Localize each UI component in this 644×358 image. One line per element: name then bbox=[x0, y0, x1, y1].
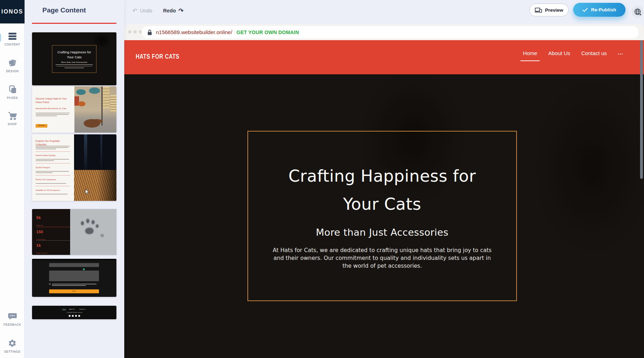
thumb-name-field bbox=[49, 263, 99, 267]
pages-icon bbox=[7, 85, 17, 94]
nav-home[interactable]: Home bbox=[523, 50, 537, 61]
thumb-send-button: Send bbox=[49, 289, 99, 293]
canvas-scrollbar[interactable] bbox=[640, 40, 643, 179]
design-icon bbox=[7, 58, 17, 68]
feedback-bubble-icon bbox=[7, 311, 17, 321]
redo-icon: ↷ bbox=[178, 8, 183, 14]
site-url: n1566589.websitebuilder.online/ bbox=[156, 29, 232, 35]
section-thumbnail-stats[interactable]: 5k Happy Cats 150 Unique Designs 1k Repe… bbox=[32, 209, 116, 255]
site-nav: Home About Us Contact us ... bbox=[523, 49, 623, 62]
ionos-logo[interactable]: IONOS bbox=[0, 0, 25, 23]
get-domain-link[interactable]: GET YOUR OWN DOMAIN bbox=[236, 30, 299, 35]
thumb-heading: Explore Our Exquisite Collection bbox=[36, 139, 71, 146]
redo-button[interactable]: Redo ↷ bbox=[163, 8, 184, 14]
main-sidebar: IONOS CONTENT DESIGN bbox=[0, 0, 25, 358]
content-icon bbox=[7, 31, 17, 41]
hero-body-text: At Hats for Cats, we are dedicated to cr… bbox=[271, 246, 494, 270]
check-icon bbox=[582, 8, 588, 12]
hero-editable-box[interactable]: Crafting Happiness for Your Cats More th… bbox=[247, 131, 517, 301]
undo-button[interactable]: ↶ Undo bbox=[132, 8, 152, 14]
devices-icon bbox=[535, 7, 542, 13]
nav-about[interactable]: About Us bbox=[548, 50, 570, 61]
thumb-paw-print-photo bbox=[70, 209, 116, 255]
language-globe-button[interactable] bbox=[632, 6, 644, 18]
sidebar-item-feedback[interactable]: FEEDBACK bbox=[0, 311, 25, 326]
hero-heading: Crafting Happiness for Your Cats bbox=[288, 162, 476, 218]
republish-button[interactable]: Re-Publish bbox=[573, 3, 625, 17]
thumb-form-icon bbox=[83, 268, 85, 270]
website-builder-app: ↶ Undo Redo ↷ Preview Re-Publish bbox=[0, 0, 644, 358]
sidebar-item-pages[interactable]: PAGES bbox=[0, 85, 25, 100]
republish-label: Re-Publish bbox=[591, 7, 616, 12]
gear-icon bbox=[7, 338, 17, 348]
thumb-heading: Discover Unique Hats for Your Feline Fri… bbox=[36, 97, 72, 104]
sidebar-item-design[interactable]: DESIGN bbox=[0, 58, 25, 73]
thumb-consent-checkbox bbox=[49, 283, 51, 285]
window-dots bbox=[128, 30, 142, 33]
nav-contact[interactable]: Contact us bbox=[581, 50, 607, 61]
section-thumbnail-hero[interactable]: Crafting Happiness for Your Cats More th… bbox=[32, 32, 116, 85]
preview-label: Preview bbox=[545, 7, 563, 13]
undo-icon: ↶ bbox=[132, 8, 137, 14]
lock-icon bbox=[147, 30, 152, 35]
site-hero-section[interactable]: Crafting Happiness for Your Cats More th… bbox=[124, 74, 644, 358]
sidebar-item-settings[interactable]: SETTINGS bbox=[0, 338, 25, 353]
thumb-street-photo bbox=[74, 86, 116, 133]
section-thumbnail-discover[interactable]: Discover Unique Hats for Your Feline Fri… bbox=[32, 86, 116, 133]
notification-dot bbox=[639, 14, 642, 16]
url-bar[interactable]: n1566589.websitebuilder.online/ GET YOUR… bbox=[142, 26, 639, 38]
section-insert-indicator bbox=[32, 23, 116, 24]
section-thumbnail-contact-form[interactable]: Name* Message Please fill in all the req… bbox=[32, 259, 116, 297]
redo-label: Redo bbox=[163, 8, 176, 14]
thumb-subheading: Handcrafted Exclusively for Cats bbox=[36, 107, 72, 109]
cart-icon bbox=[7, 111, 17, 121]
browser-chrome-bar: n1566589.websitebuilder.online/ GET YOUR… bbox=[124, 24, 644, 40]
thumb-shop-now-button: Shop Now bbox=[36, 124, 47, 128]
thumb-cat-fur-photo bbox=[74, 134, 116, 201]
undo-label: Undo bbox=[140, 8, 152, 14]
sidebar-item-content[interactable]: CONTENT bbox=[0, 31, 25, 46]
section-thumbnail-collection[interactable]: Explore Our Exquisite Collection Hand-Cr… bbox=[32, 134, 116, 201]
panel-title: Page Content bbox=[42, 6, 86, 14]
sidebar-item-shop[interactable]: SHOP bbox=[0, 111, 25, 126]
undo-redo-group: ↶ Undo Redo ↷ bbox=[132, 5, 183, 16]
site-header[interactable]: HATS FOR CATS Home About Us Contact us .… bbox=[124, 40, 644, 74]
thumb-message-field bbox=[49, 271, 99, 281]
page-content-panel: Page Content Crafting Happiness for Your… bbox=[25, 0, 124, 358]
thumb-hero-box: Crafting Happiness for Your Cats More th… bbox=[52, 45, 96, 73]
nav-more-ellipsis[interactable]: ... bbox=[618, 49, 623, 62]
section-thumbnail-footer[interactable]: Home About Us Contact us © Copyright. Al… bbox=[32, 306, 116, 319]
hero-subheading: More than Just Accessories bbox=[316, 227, 448, 238]
site-logo[interactable]: HATS FOR CATS bbox=[136, 53, 179, 60]
thumb-social-icons bbox=[69, 315, 80, 317]
hero-background-cat-shadow-2 bbox=[534, 78, 644, 256]
preview-button[interactable]: Preview bbox=[529, 4, 569, 16]
